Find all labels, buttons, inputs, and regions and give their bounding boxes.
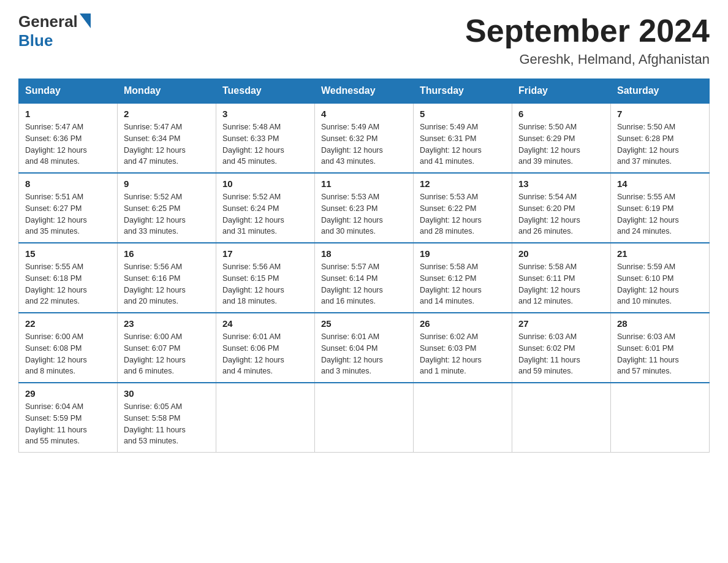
day-number: 20: [518, 248, 604, 259]
calendar-table: Sunday Monday Tuesday Wednesday Thursday…: [18, 79, 710, 453]
day-number: 29: [25, 388, 111, 399]
day-info: Sunrise: 5:58 AMSunset: 6:11 PMDaylight:…: [518, 261, 604, 307]
calendar-week-4: 22Sunrise: 6:00 AMSunset: 6:08 PMDayligh…: [19, 313, 710, 383]
day-number: 17: [222, 248, 308, 259]
day-info: Sunrise: 6:00 AMSunset: 6:07 PMDaylight:…: [124, 331, 210, 377]
day-number: 10: [222, 178, 308, 189]
day-number: 13: [518, 178, 604, 189]
calendar-cell: 18Sunrise: 5:57 AMSunset: 6:14 PMDayligh…: [315, 243, 414, 313]
day-number: 24: [222, 318, 308, 329]
day-number: 2: [124, 109, 210, 119]
calendar-cell: 5Sunrise: 5:49 AMSunset: 6:31 PMDaylight…: [414, 103, 512, 173]
day-info: Sunrise: 5:54 AMSunset: 6:20 PMDaylight:…: [518, 191, 604, 237]
calendar-cell: 4Sunrise: 5:49 AMSunset: 6:32 PMDaylight…: [315, 103, 414, 173]
header-saturday: Saturday: [611, 79, 710, 104]
day-number: 8: [25, 178, 111, 189]
day-info: Sunrise: 5:49 AMSunset: 6:32 PMDaylight:…: [321, 121, 407, 167]
day-info: Sunrise: 6:03 AMSunset: 6:02 PMDaylight:…: [518, 331, 604, 377]
header-wednesday: Wednesday: [315, 79, 414, 104]
header-friday: Friday: [512, 79, 611, 104]
calendar-cell: 16Sunrise: 5:56 AMSunset: 6:16 PMDayligh…: [118, 243, 216, 313]
calendar-cell: 27Sunrise: 6:03 AMSunset: 6:02 PMDayligh…: [512, 313, 611, 383]
svg-marker-0: [80, 13, 91, 28]
calendar-cell: 6Sunrise: 5:50 AMSunset: 6:29 PMDaylight…: [512, 103, 611, 173]
calendar-cell: 12Sunrise: 5:53 AMSunset: 6:22 PMDayligh…: [414, 173, 512, 243]
day-info: Sunrise: 6:00 AMSunset: 6:08 PMDaylight:…: [25, 331, 111, 377]
calendar-cell: 1Sunrise: 5:47 AMSunset: 6:36 PMDaylight…: [19, 103, 118, 173]
calendar-subtitle: Gereshk, Helmand, Afghanistan: [465, 52, 710, 67]
day-info: Sunrise: 5:47 AMSunset: 6:34 PMDaylight:…: [124, 121, 210, 167]
day-number: 27: [518, 318, 604, 329]
calendar-cell: 20Sunrise: 5:58 AMSunset: 6:11 PMDayligh…: [512, 243, 611, 313]
day-info: Sunrise: 5:52 AMSunset: 6:25 PMDaylight:…: [124, 191, 210, 237]
day-info: Sunrise: 5:52 AMSunset: 6:24 PMDaylight:…: [222, 191, 308, 237]
calendar-week-2: 8Sunrise: 5:51 AMSunset: 6:27 PMDaylight…: [19, 173, 710, 243]
calendar-cell: [611, 383, 710, 453]
day-info: Sunrise: 6:05 AMSunset: 5:58 PMDaylight:…: [124, 401, 210, 447]
calendar-cell: 25Sunrise: 6:01 AMSunset: 6:04 PMDayligh…: [315, 313, 414, 383]
calendar-cell: 28Sunrise: 6:03 AMSunset: 6:01 PMDayligh…: [611, 313, 710, 383]
calendar-cell: 22Sunrise: 6:00 AMSunset: 6:08 PMDayligh…: [19, 313, 118, 383]
calendar-cell: 9Sunrise: 5:52 AMSunset: 6:25 PMDaylight…: [118, 173, 216, 243]
day-number: 23: [124, 318, 210, 329]
day-number: 6: [518, 109, 604, 119]
day-info: Sunrise: 5:53 AMSunset: 6:23 PMDaylight:…: [321, 191, 407, 237]
calendar-cell: 11Sunrise: 5:53 AMSunset: 6:23 PMDayligh…: [315, 173, 414, 243]
day-number: 21: [617, 248, 703, 259]
day-number: 26: [420, 318, 506, 329]
day-number: 22: [25, 318, 111, 329]
day-info: Sunrise: 5:48 AMSunset: 6:33 PMDaylight:…: [222, 121, 308, 167]
calendar-cell: 14Sunrise: 5:55 AMSunset: 6:19 PMDayligh…: [611, 173, 710, 243]
page-header: General Blue September 2024 Gereshk, Hel…: [18, 12, 710, 67]
day-info: Sunrise: 5:47 AMSunset: 6:36 PMDaylight:…: [25, 121, 111, 167]
day-info: Sunrise: 5:51 AMSunset: 6:27 PMDaylight:…: [25, 191, 111, 237]
day-number: 19: [420, 248, 506, 259]
calendar-header-row: Sunday Monday Tuesday Wednesday Thursday…: [19, 79, 710, 104]
day-info: Sunrise: 5:55 AMSunset: 6:19 PMDaylight:…: [617, 191, 703, 237]
day-number: 5: [420, 109, 506, 119]
header-monday: Monday: [118, 79, 216, 104]
calendar-cell: 24Sunrise: 6:01 AMSunset: 6:06 PMDayligh…: [216, 313, 315, 383]
logo: General Blue: [18, 12, 91, 50]
day-number: 3: [222, 109, 308, 119]
day-number: 30: [124, 388, 210, 399]
day-number: 1: [25, 109, 111, 119]
day-info: Sunrise: 5:55 AMSunset: 6:18 PMDaylight:…: [25, 261, 111, 307]
calendar-cell: [216, 383, 315, 453]
header-tuesday: Tuesday: [216, 79, 315, 104]
day-number: 28: [617, 318, 703, 329]
calendar-cell: 26Sunrise: 6:02 AMSunset: 6:03 PMDayligh…: [414, 313, 512, 383]
logo-blue-text: Blue: [18, 31, 53, 50]
calendar-cell: 21Sunrise: 5:59 AMSunset: 6:10 PMDayligh…: [611, 243, 710, 313]
calendar-title: September 2024: [465, 12, 710, 49]
day-number: 15: [25, 248, 111, 259]
day-info: Sunrise: 6:02 AMSunset: 6:03 PMDaylight:…: [420, 331, 506, 377]
day-number: 9: [124, 178, 210, 189]
day-info: Sunrise: 5:58 AMSunset: 6:12 PMDaylight:…: [420, 261, 506, 307]
day-info: Sunrise: 6:03 AMSunset: 6:01 PMDaylight:…: [617, 331, 703, 377]
day-info: Sunrise: 5:50 AMSunset: 6:28 PMDaylight:…: [617, 121, 703, 167]
day-info: Sunrise: 5:59 AMSunset: 6:10 PMDaylight:…: [617, 261, 703, 307]
day-number: 25: [321, 318, 407, 329]
day-number: 14: [617, 178, 703, 189]
day-number: 18: [321, 248, 407, 259]
day-info: Sunrise: 5:50 AMSunset: 6:29 PMDaylight:…: [518, 121, 604, 167]
calendar-cell: 13Sunrise: 5:54 AMSunset: 6:20 PMDayligh…: [512, 173, 611, 243]
day-number: 4: [321, 109, 407, 119]
calendar-cell: 23Sunrise: 6:00 AMSunset: 6:07 PMDayligh…: [118, 313, 216, 383]
calendar-cell: 30Sunrise: 6:05 AMSunset: 5:58 PMDayligh…: [118, 383, 216, 453]
title-block: September 2024 Gereshk, Helmand, Afghani…: [465, 12, 710, 67]
calendar-week-5: 29Sunrise: 6:04 AMSunset: 5:59 PMDayligh…: [19, 383, 710, 453]
day-info: Sunrise: 5:56 AMSunset: 6:15 PMDaylight:…: [222, 261, 308, 307]
calendar-cell: 15Sunrise: 5:55 AMSunset: 6:18 PMDayligh…: [19, 243, 118, 313]
day-number: 7: [617, 109, 703, 119]
header-thursday: Thursday: [414, 79, 512, 104]
logo-arrow-icon: [80, 13, 91, 31]
calendar-cell: 3Sunrise: 5:48 AMSunset: 6:33 PMDaylight…: [216, 103, 315, 173]
day-number: 16: [124, 248, 210, 259]
calendar-cell: [414, 383, 512, 453]
day-info: Sunrise: 5:57 AMSunset: 6:14 PMDaylight:…: [321, 261, 407, 307]
day-info: Sunrise: 6:01 AMSunset: 6:06 PMDaylight:…: [222, 331, 308, 377]
day-info: Sunrise: 5:53 AMSunset: 6:22 PMDaylight:…: [420, 191, 506, 237]
day-info: Sunrise: 5:49 AMSunset: 6:31 PMDaylight:…: [420, 121, 506, 167]
